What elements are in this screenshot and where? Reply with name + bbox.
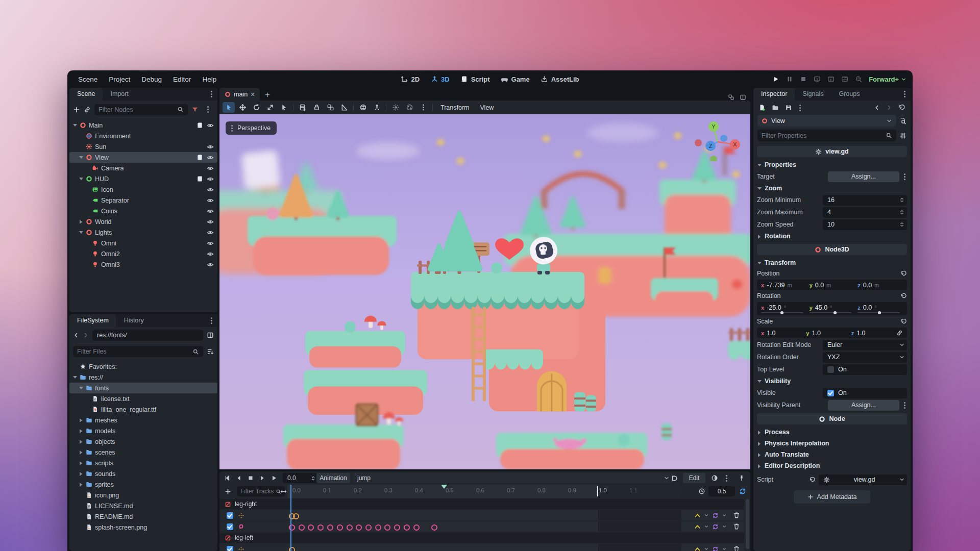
animation-name-dropdown[interactable]: jump xyxy=(353,473,674,483)
transform-menu[interactable]: Transform xyxy=(436,104,474,111)
slider[interactable] xyxy=(857,312,900,313)
trash-icon[interactable] xyxy=(733,512,740,519)
scene-node-lights[interactable]: Lights xyxy=(69,227,217,238)
selection-list-icon[interactable] xyxy=(278,102,290,113)
animation-menu-icon[interactable] xyxy=(724,473,729,483)
zoom-maximum-field[interactable]: 4 xyxy=(823,207,907,218)
close-icon[interactable]: × xyxy=(251,91,255,98)
filter-properties-input[interactable]: Filter Properties xyxy=(757,130,896,141)
eye-icon[interactable] xyxy=(207,261,214,268)
tab-groups[interactable]: Groups xyxy=(831,88,867,101)
filter-icon[interactable] xyxy=(191,106,199,113)
interpolation-icon[interactable] xyxy=(694,523,701,530)
loop-icon[interactable] xyxy=(739,486,746,496)
workspace-script[interactable]: Script xyxy=(456,74,495,85)
add-metadata-button[interactable]: Add Metadata xyxy=(794,490,870,504)
file-item-scenes[interactable]: scenes xyxy=(69,447,217,458)
menu-debug[interactable]: Debug xyxy=(136,76,167,83)
tab-scene[interactable]: Scene xyxy=(69,88,103,101)
filter-tracks-input[interactable]: Filter Tracks xyxy=(237,486,285,496)
expander-icon[interactable] xyxy=(79,429,83,433)
zoom-minimum-field[interactable]: 16 xyxy=(823,195,907,206)
run-mode-button[interactable]: Forward+ xyxy=(869,76,906,83)
trash-icon[interactable] xyxy=(733,523,740,530)
menu-project[interactable]: Project xyxy=(103,76,136,83)
tracks-scrollbar[interactable] xyxy=(746,499,749,549)
viewport-3d[interactable]: Perspective YXZ xyxy=(219,114,750,469)
link-scale-icon[interactable] xyxy=(895,330,904,336)
move-mode-icon[interactable] xyxy=(236,102,249,113)
revert-icon[interactable] xyxy=(809,477,816,483)
file-item-favorites[interactable]: Favorites: xyxy=(69,361,217,372)
expander-icon[interactable] xyxy=(757,186,762,191)
file-item-models[interactable]: models xyxy=(69,425,217,436)
expander-icon[interactable] xyxy=(72,123,77,128)
file-item-lilita-one-regular-ttf[interactable]: lilita_one_regular.ttf xyxy=(69,404,217,415)
menu-editor[interactable]: Editor xyxy=(167,76,197,83)
distraction-free-icon[interactable] xyxy=(740,94,746,101)
menu-help[interactable]: Help xyxy=(197,76,222,83)
workspace-game[interactable]: Game xyxy=(497,74,534,85)
banner-view-gd[interactable]: view.gd xyxy=(757,146,907,157)
more-icon[interactable] xyxy=(417,102,429,113)
animation-track[interactable] xyxy=(219,521,744,532)
keyframe[interactable] xyxy=(337,524,343,531)
scene-node-omni2[interactable]: Omni2 xyxy=(69,248,217,259)
expander-icon[interactable] xyxy=(79,230,83,235)
listsel-icon[interactable] xyxy=(297,102,309,113)
keyframe[interactable] xyxy=(347,524,353,531)
stop-icon[interactable] xyxy=(800,76,807,83)
tab-inspector[interactable]: Inspector xyxy=(753,88,795,101)
select-mode-icon[interactable] xyxy=(223,102,235,113)
eye-icon[interactable] xyxy=(207,218,214,226)
file-item-license-txt[interactable]: license.txt xyxy=(69,393,217,404)
expander-icon[interactable] xyxy=(79,450,83,455)
expander-icon[interactable] xyxy=(757,464,762,468)
top-level-checkbox-field[interactable]: On xyxy=(823,364,907,375)
track-group-leg-right[interactable]: leg-right xyxy=(219,499,744,509)
file-item-objects[interactable]: objects xyxy=(69,436,217,447)
assign-button[interactable]: Assign... xyxy=(828,171,899,182)
edit-button[interactable]: Edit xyxy=(683,473,705,483)
expander-icon[interactable] xyxy=(79,386,83,390)
section-visibility[interactable]: Visibility xyxy=(757,375,907,387)
spinner-icon[interactable] xyxy=(899,197,905,203)
expander-icon[interactable] xyxy=(79,471,83,476)
visible-checkbox-field[interactable]: On xyxy=(823,388,907,398)
sort-icon[interactable] xyxy=(207,348,214,355)
remote-window-icon[interactable] xyxy=(814,76,821,83)
film-search-icon[interactable] xyxy=(855,76,862,83)
property-menu-icon[interactable] xyxy=(904,176,905,178)
animation-track[interactable] xyxy=(219,510,744,520)
zoom-speed-field[interactable]: 10 xyxy=(823,219,907,230)
loop-wrap-icon[interactable] xyxy=(712,546,719,551)
expander-icon[interactable] xyxy=(79,461,83,465)
keyframe[interactable] xyxy=(431,524,437,531)
dock-menu-icon[interactable] xyxy=(904,93,905,95)
perspective-menu[interactable]: Perspective xyxy=(226,121,277,135)
keyframe[interactable] xyxy=(289,547,295,551)
revert-icon[interactable] xyxy=(900,293,907,299)
eye-icon[interactable] xyxy=(207,143,214,151)
dock-menu-icon[interactable] xyxy=(211,93,212,95)
section-physics-interpolation[interactable]: Physics Interpolation xyxy=(757,438,907,449)
spinner-icon[interactable] xyxy=(899,221,905,228)
interpolation-icon[interactable] xyxy=(694,546,701,551)
step-back-icon[interactable] xyxy=(235,474,242,482)
section-transform[interactable]: Transform xyxy=(757,257,907,268)
eye-icon[interactable] xyxy=(207,197,214,204)
view-axes-gizmo[interactable]: YXZ xyxy=(694,118,741,163)
rotate-mode-icon[interactable] xyxy=(250,102,262,113)
expander-icon[interactable] xyxy=(757,261,762,265)
animation-track[interactable] xyxy=(219,544,744,551)
track-enabled-checkbox[interactable] xyxy=(227,546,233,551)
keyframe[interactable] xyxy=(289,524,295,531)
vector-component-x[interactable]: x1.0 xyxy=(760,329,804,337)
eye-icon[interactable] xyxy=(207,229,214,236)
save-resource-icon[interactable] xyxy=(785,104,792,111)
property-menu-icon[interactable] xyxy=(904,405,905,406)
expander-icon[interactable] xyxy=(757,441,762,446)
expander-icon[interactable] xyxy=(79,418,83,422)
banner-node3d[interactable]: Node3D xyxy=(757,244,907,255)
section-process[interactable]: Process xyxy=(757,427,907,438)
